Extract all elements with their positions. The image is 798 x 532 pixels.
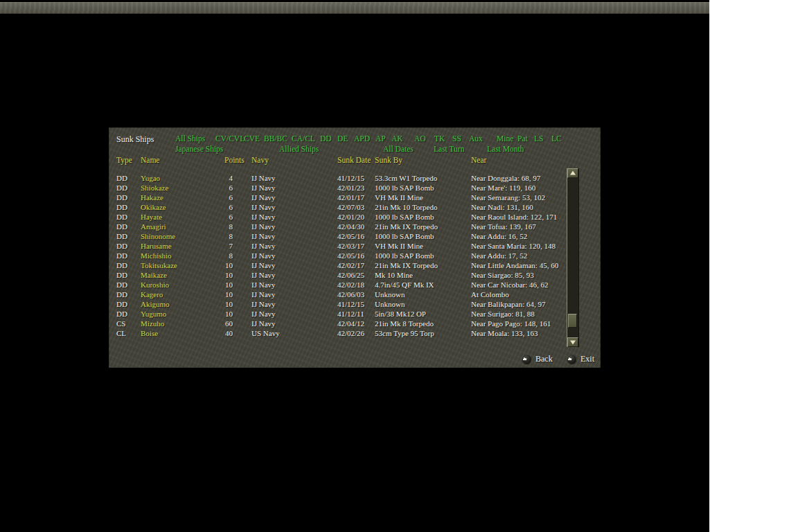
filter-all-dates[interactable]: All Dates — [383, 145, 414, 153]
column-header-name: Name — [141, 156, 159, 164]
cell-sunk-date: 41/12/11 — [337, 309, 364, 319]
cell-type: DD — [116, 251, 127, 260]
cell-navy: IJ Navy — [251, 290, 276, 299]
table-row: DDShinonome8IJ Navy42/05/161000 lb SAP B… — [109, 231, 566, 241]
cell-sunk-date: 41/12/15 — [337, 299, 364, 309]
scroll-down-button[interactable] — [567, 337, 578, 347]
cell-points: 40 — [214, 328, 233, 338]
cell-points: 10 — [214, 290, 233, 299]
cell-sunk-date: 42/01/17 — [337, 193, 364, 202]
cell-points: 7 — [214, 241, 233, 251]
cell-points: 6 — [214, 183, 233, 193]
cell-sunk-date: 42/06/03 — [337, 290, 364, 299]
filter-ap[interactable]: AP — [375, 134, 386, 143]
filter-aux[interactable]: Aux — [469, 134, 483, 143]
filter-tk[interactable]: TK — [434, 134, 445, 143]
filter-apd[interactable]: APD — [354, 134, 370, 143]
cell-near: Near Car Nicobar: 46, 62 — [471, 280, 549, 290]
table-row: DDHakaze6IJ Navy42/01/17VH Mk II MineNea… — [109, 193, 566, 202]
cell-near: Near Tofua: 139, 167 — [471, 222, 536, 231]
table-row: DDOkikaze6IJ Navy42/07/0321in Mk 10 Torp… — [109, 202, 566, 212]
table-row: DDAkigumo10IJ Navy41/12/15UnknownNear Ba… — [109, 299, 566, 309]
cell-type: DD — [116, 270, 127, 280]
cell-name: Yugumo — [141, 309, 166, 319]
cell-sunk-date: 42/02/26 — [337, 328, 364, 338]
filter-dd[interactable]: DD — [320, 134, 332, 143]
sunk-ships-panel: Sunk Ships All Ships CV/CVL CVE BB/BC CA… — [109, 127, 601, 368]
scrollbar-thumb[interactable] — [568, 314, 577, 328]
cell-sunk-by: 21in Mk IX Torpedo — [375, 260, 438, 270]
filter-ca-cl[interactable]: CA/CL — [292, 134, 315, 143]
cell-sunk-date: 41/12/15 — [337, 173, 364, 183]
arrow-down-icon — [570, 341, 576, 345]
cell-points: 6 — [214, 193, 233, 202]
column-header-sunk-by: Sunk By — [375, 156, 402, 164]
filter-ao[interactable]: AO — [414, 134, 426, 143]
cell-name: Harusame — [141, 241, 172, 251]
table-row: CSMizuho60IJ Navy42/04/1221in Mk 8 Torpe… — [109, 319, 566, 328]
ship-table: DDYugao4IJ Navy41/12/1553.3cm W1 Torpedo… — [109, 173, 566, 339]
filter-mine[interactable]: Mine — [497, 134, 513, 143]
exit-button[interactable]: Exit — [567, 354, 599, 364]
filter-ak[interactable]: AK — [391, 134, 403, 143]
filter-bb-bc[interactable]: BB/BC — [264, 134, 287, 143]
cell-points: 8 — [214, 231, 233, 241]
cell-near: Near Raoul Island: 122, 171 — [471, 212, 557, 222]
table-row: DDMichishio8IJ Navy42/05/161000 lb SAP B… — [109, 251, 566, 260]
cell-name: Boise — [141, 328, 158, 338]
cell-near: Near Pago Pago: 148, 161 — [471, 319, 551, 328]
cell-sunk-by: VH Mk II Mine — [375, 241, 423, 251]
cell-type: DD — [116, 193, 127, 202]
cell-sunk-date: 42/02/18 — [337, 280, 364, 290]
filter-cv-cvl[interactable]: CV/CVL — [215, 134, 245, 143]
filter-pat[interactable]: Pat — [517, 134, 528, 143]
table-row: DDAmagiri8IJ Navy42/04/3021in Mk IX Torp… — [109, 222, 566, 231]
cell-type: DD — [116, 222, 127, 231]
back-button[interactable]: Back — [522, 354, 557, 364]
cell-sunk-by: 21in Mk 8 Torpedo — [375, 319, 434, 328]
cell-type: DD — [116, 299, 127, 309]
cell-points: 8 — [214, 251, 233, 260]
cell-sunk-date: 42/01/20 — [337, 212, 364, 222]
cell-navy: IJ Navy — [251, 193, 276, 202]
table-row: DDHarusame7IJ Navy42/03/17VH Mk II MineN… — [109, 241, 566, 251]
cell-points: 6 — [214, 202, 233, 212]
filter-last-month[interactable]: Last Month — [487, 145, 524, 153]
filter-allied-ships[interactable]: Allied Ships — [279, 145, 319, 153]
back-button-label: Back — [535, 354, 553, 364]
cell-sunk-date: 42/05/16 — [337, 231, 364, 241]
cell-points: 8 — [214, 222, 233, 231]
cell-navy: IJ Navy — [251, 202, 276, 212]
cell-near: Near Addu: 16, 52 — [471, 231, 527, 241]
cell-sunk-by: 1000 lb SAP Bomb — [375, 212, 434, 222]
filter-all-ships[interactable]: All Ships — [175, 134, 205, 143]
filter-japanese-ships[interactable]: Japanese Ships — [175, 145, 223, 153]
filter-ss[interactable]: SS — [452, 134, 461, 143]
cell-navy: IJ Navy — [251, 241, 276, 251]
cell-navy: IJ Navy — [251, 173, 276, 183]
table-scrollbar[interactable] — [567, 168, 579, 347]
table-row: DDYugao4IJ Navy41/12/1553.3cm W1 Torpedo… — [109, 173, 566, 183]
table-row: DDHayate6IJ Navy42/01/201000 lb SAP Bomb… — [109, 212, 566, 222]
game-screen: Sunk Ships All Ships CV/CVL CVE BB/BC CA… — [0, 0, 709, 532]
cell-name: Maikaze — [141, 270, 167, 280]
cell-sunk-date: 42/03/17 — [337, 241, 364, 251]
cell-points: 6 — [214, 212, 233, 222]
filter-ls[interactable]: LS — [534, 134, 543, 143]
arrow-up-icon — [570, 170, 576, 175]
back-arrow-icon — [522, 355, 531, 364]
filter-lc[interactable]: LC — [551, 134, 562, 143]
cell-navy: IJ Navy — [251, 280, 276, 290]
filter-last-turn[interactable]: Last Turn — [434, 145, 464, 153]
filter-de[interactable]: DE — [337, 134, 348, 143]
cell-type: DD — [116, 212, 127, 222]
cell-name: Kuroshio — [141, 280, 169, 290]
cell-type: CL — [116, 328, 126, 338]
scroll-up-button[interactable] — [567, 168, 578, 178]
cell-near: Near Addu: 17, 52 — [471, 251, 527, 260]
cell-sunk-by: Unknown — [375, 290, 405, 299]
cell-type: DD — [116, 183, 127, 193]
filter-cve[interactable]: CVE — [244, 134, 260, 143]
cell-navy: IJ Navy — [251, 309, 276, 319]
cell-near: Near Mare': 119, 160 — [471, 183, 535, 193]
